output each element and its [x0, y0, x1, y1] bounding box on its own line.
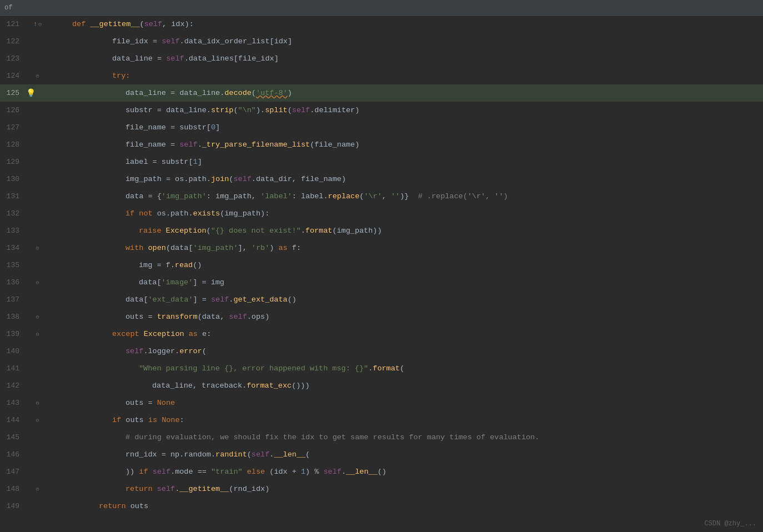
code-content-136: data['image'] = img [72, 274, 224, 291]
line-number-138: 138 [0, 313, 25, 321]
gutter-135: 135 [0, 257, 72, 274]
code-content-127: file_name = substr[0] [72, 119, 220, 136]
line-number-136: 136 [0, 278, 25, 287]
fold-icon[interactable]: ⊖ [36, 245, 39, 252]
code-line-123: 123data_line = self.data_lines[file_idx] [0, 50, 763, 67]
gutter-137: 137 [0, 291, 72, 308]
gutter-131: 131 [0, 188, 72, 205]
code-line-134: 134⊖with open(data['img_path'], 'rb') as… [0, 239, 763, 257]
gutter-148: 148⊖ [0, 480, 72, 498]
code-content-133: raise Exception("{} does not exist!".for… [72, 222, 382, 239]
line-number-131: 131 [0, 192, 25, 200]
code-content-148: return self.__getitem__(rnd_idx) [72, 480, 269, 498]
gutter-139: 139⊖ [0, 325, 72, 343]
code-content-132: if not os.path.exists(img_path): [72, 205, 269, 222]
gutter-122: 122 [0, 33, 72, 50]
gutter-123: 123 [0, 50, 72, 67]
code-area: 121↑⊖def __getitem__(self, idx):122file_… [0, 16, 763, 532]
code-content-139: except Exception as e: [72, 325, 211, 343]
code-line-135: 135img = f.read() [0, 257, 763, 274]
code-line-144: 144⊖if outs is None: [0, 411, 763, 429]
code-content-123: data_line = self.data_lines[file_idx] [72, 50, 279, 67]
gutter-147: 147 [0, 463, 72, 480]
code-line-129: 129label = substr[1] [0, 153, 763, 170]
code-line-132: 132if not os.path.exists(img_path): [0, 205, 763, 222]
line-icons-144: ⊖ [25, 417, 50, 424]
line-number-148: 148 [0, 485, 25, 493]
code-line-148: 148⊖return self.__getitem__(rnd_idx) [0, 480, 763, 498]
line-number-122: 122 [0, 37, 25, 46]
line-number-133: 133 [0, 227, 25, 235]
gutter-144: 144⊖ [0, 411, 72, 429]
bulb-icon[interactable]: 💡 [26, 88, 36, 98]
line-icons-136: ⊖ [25, 279, 50, 286]
code-line-149: 149return outs [0, 498, 763, 515]
fold-icon[interactable]: ⊖ [36, 417, 39, 424]
fold-icon[interactable]: ⊖ [38, 21, 42, 28]
arrow-icon[interactable]: ↑ [33, 21, 37, 28]
line-number-130: 130 [0, 175, 25, 183]
line-number-121: 121 [0, 20, 25, 28]
code-line-146: 146rnd_idx = np.random.randint(self.__le… [0, 446, 763, 463]
line-number-149: 149 [0, 502, 25, 510]
line-number-143: 143 [0, 399, 25, 407]
line-number-144: 144 [0, 416, 25, 424]
gutter-130: 130 [0, 170, 72, 188]
code-content-142: data_line, traceback.format_exc())) [72, 377, 310, 394]
gutter-129: 129 [0, 153, 72, 170]
code-content-138: outs = transform(data, self.ops) [72, 308, 269, 325]
code-content-144: if outs is None: [72, 411, 184, 429]
line-number-134: 134 [0, 244, 25, 252]
fold-icon[interactable]: ⊖ [36, 314, 39, 320]
line-number-128: 128 [0, 140, 25, 149]
line-icons-138: ⊖ [25, 314, 50, 320]
fold-icon[interactable]: ⊖ [36, 331, 39, 338]
gutter-143: 143⊖ [0, 394, 72, 411]
code-line-125: 125💡data_line = data_line.decode('utf-8'… [0, 84, 763, 102]
line-number-139: 139 [0, 330, 25, 338]
line-icons-124: ⊖ [25, 73, 50, 79]
code-content-141: "When parsing line {}, error happened wi… [72, 360, 404, 377]
line-icons-139: ⊖ [25, 331, 50, 338]
line-number-124: 124 [0, 72, 25, 80]
line-number-125: 125 [0, 89, 25, 97]
gutter-140: 140 [0, 343, 72, 360]
code-content-137: data['ext_data'] = self.get_ext_data() [72, 291, 297, 308]
gutter-145: 145 [0, 429, 72, 446]
code-content-122: file_idx = self.data_idx_order_list[idx] [72, 33, 292, 50]
fold-icon[interactable]: ⊖ [36, 486, 39, 493]
code-line-141: 141"When parsing line {}, error happened… [0, 360, 763, 377]
code-line-124: 124⊖try: [0, 67, 763, 84]
code-line-138: 138⊖outs = transform(data, self.ops) [0, 308, 763, 325]
line-number-140: 140 [0, 347, 25, 355]
line-number-137: 137 [0, 295, 25, 304]
code-line-136: 136⊖data['image'] = img [0, 274, 763, 291]
gutter-138: 138⊖ [0, 308, 72, 325]
gutter-134: 134⊖ [0, 239, 72, 257]
code-line-142: 142data_line, traceback.format_exc())) [0, 377, 763, 394]
line-number-129: 129 [0, 158, 25, 166]
code-rows: 121↑⊖def __getitem__(self, idx):122file_… [0, 16, 763, 532]
line-icons-134: ⊖ [25, 245, 50, 252]
code-line-127: 127file_name = substr[0] [0, 119, 763, 136]
gutter-141: 141 [0, 360, 72, 377]
code-line-131: 131data = {'img_path': img_path, 'label'… [0, 188, 763, 205]
code-line-133: 133raise Exception("{} does not exist!".… [0, 222, 763, 239]
fold-icon[interactable]: ⊖ [36, 400, 39, 406]
line-number-135: 135 [0, 261, 25, 269]
line-number-147: 147 [0, 468, 25, 476]
fold-icon[interactable]: ⊖ [36, 73, 39, 79]
code-line-143: 143⊖outs = None [0, 394, 763, 411]
line-icons-121: ↑⊖ [25, 21, 50, 28]
code-content-125: data_line = data_line.decode('utf-8') [72, 84, 292, 102]
fold-icon[interactable]: ⊖ [36, 279, 39, 286]
code-line-122: 122file_idx = self.data_idx_order_list[i… [0, 33, 763, 50]
line-number-145: 145 [0, 433, 25, 441]
gutter-127: 127 [0, 119, 72, 136]
watermark: CSDN @zhy_... [704, 520, 756, 528]
code-line-147: 147)) if self.mode == "train" else (idx … [0, 463, 763, 480]
gutter-125: 125💡 [0, 84, 72, 102]
line-number-123: 123 [0, 54, 25, 63]
code-content-129: label = substr[1] [72, 153, 202, 170]
code-content-131: data = {'img_path': img_path, 'label': l… [72, 188, 508, 205]
